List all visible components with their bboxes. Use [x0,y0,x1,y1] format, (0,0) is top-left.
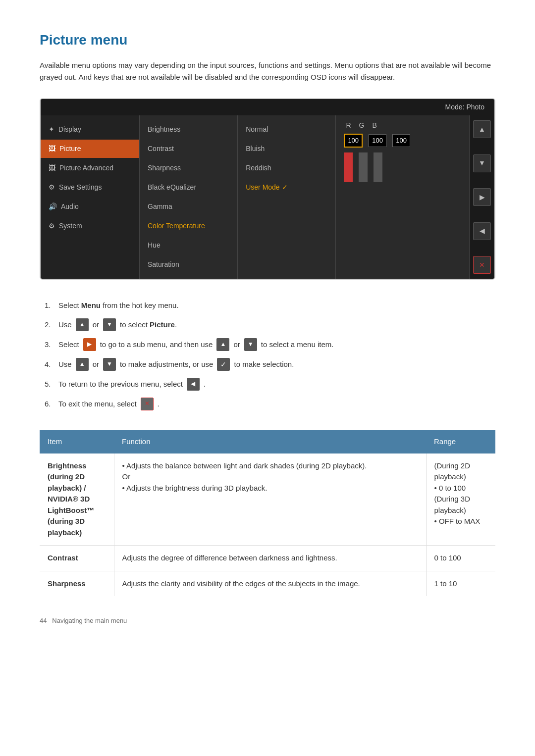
osd-sidebar-picture-advanced: 🖼 Picture Advanced [41,159,139,177]
rgb-values: 100 100 100 [344,134,461,148]
b-label: B [372,120,376,131]
osd-sidebar-picture: 🖼 Picture [41,140,139,158]
table-header-item: Item [40,430,114,454]
contrast-function: Adjusts the degree of difference between… [114,546,426,571]
sharpness-function: Adjusts the clarity and visibility of th… [114,571,426,596]
osd-menu-hue: Hue [140,236,237,254]
right-arrow-icon: ▶ [83,338,96,351]
left-btn[interactable]: ◀ [473,222,491,240]
osd-rgb-col: R G B 100 100 100 [336,115,470,279]
footer: 44 Navigating the main menu [40,616,495,626]
table-row-contrast: Contrast Adjusts the degree of differenc… [40,546,495,571]
osd-sidebar-audio: 🔊 Audio [41,198,139,216]
down-arrow3-icon: ▼ [103,358,116,371]
osd-mode-bar: Mode: Photo [41,99,494,115]
b-value: 100 [392,134,410,147]
osd-option-normal: Normal [238,120,335,139]
down-btn[interactable]: ▼ [473,154,491,172]
r-slider [344,152,353,182]
up-btn[interactable]: ▲ [473,120,491,138]
sharpness-item: Sharpness [40,571,114,596]
osd-option-bluish: Bluish [238,140,335,158]
display-icon: ✦ [49,124,54,135]
info-table: Item Function Range Brightness(during 2D… [40,430,495,596]
exit-icon: ✕ [141,398,154,410]
osd-menu-gamma: Gamma [140,198,237,216]
footer-label: Navigating the main menu [52,617,127,624]
g-slider-fill [359,152,368,182]
instruction-6: To exit the menu, select ✕ . [45,398,495,410]
brightness-function: • Adjusts the balance between light and … [114,454,426,546]
g-value: 100 [369,134,386,147]
osd-controls: ▲ ▼ ▶ ◀ ✕ [470,115,494,279]
osd-menu-contrast: Contrast [140,140,237,158]
instruction-1: Select Menu from the hot key menu. [45,300,495,311]
rgb-sliders [344,152,461,182]
picture-advanced-icon: 🖼 [49,163,55,173]
table-header-range: Range [426,430,495,454]
instruction-3: Select ▶ to go to a sub menu, and then u… [45,338,495,351]
right-btn[interactable]: ▶ [473,188,491,206]
osd-sidebar: ✦ Display 🖼 Picture 🖼 Picture Advanced ⚙… [41,115,140,279]
save-settings-icon: ⚙ [49,182,55,193]
table-row-sharpness: Sharpness Adjusts the clarity and visibi… [40,571,495,596]
instruction-4: Use ▲ or ▼ to make adjustments, or use ✓… [45,358,495,371]
osd-menu-black-eq: Black eQualizer [140,178,237,197]
osd-options-col: Normal Bluish Reddish User Mode ✓ [238,115,336,279]
instruction-5: To return to the previous menu, select ◀… [45,378,495,391]
up-arrow-icon: ▲ [76,318,89,331]
close-btn[interactable]: ✕ [473,256,491,274]
contrast-item: Contrast [40,546,114,571]
osd-menu-col: Brightness Contrast Sharpness Black eQua… [140,115,238,279]
page-title: Picture menu [40,30,495,50]
g-slider [359,152,368,182]
up-arrow2-icon: ▲ [216,338,229,351]
up-arrow3-icon: ▲ [76,358,89,371]
osd-sidebar-system: ⚙ System [41,217,139,235]
g-label: G [359,120,365,131]
table-row-brightness: Brightness(during 2Dplayback) /NVIDIA® 3… [40,454,495,546]
r-slider-fill [344,152,353,182]
contrast-range: 0 to 100 [426,546,495,571]
audio-icon: 🔊 [49,202,57,212]
intro-paragraph: Available menu options may vary dependin… [40,59,495,83]
osd-menu-brightness: Brightness [140,120,237,139]
osd-menu-saturation: Saturation [140,255,237,274]
osd-sidebar-save: ⚙ Save Settings [41,178,139,197]
rgb-labels: R G B [344,120,461,131]
brightness-item: Brightness(during 2Dplayback) /NVIDIA® 3… [40,454,114,546]
osd-body: ✦ Display 🖼 Picture 🖼 Picture Advanced ⚙… [41,115,494,279]
r-label: R [346,120,351,131]
b-slider [374,152,382,182]
page-number: 44 [40,617,47,624]
b-slider-fill [374,152,382,182]
left-arrow-icon: ◀ [187,378,200,391]
osd-option-user-mode: User Mode ✓ [238,178,335,197]
picture-icon: 🖼 [49,144,55,154]
system-icon: ⚙ [49,221,55,231]
table-header-function: Function [114,430,426,454]
r-value: 100 [344,134,363,148]
osd-option-reddish: Reddish [238,159,335,177]
osd-screenshot: Mode: Photo ✦ Display 🖼 Picture 🖼 Pictur… [40,98,495,280]
osd-menu-sharpness: Sharpness [140,159,237,177]
down-arrow2-icon: ▼ [244,338,257,351]
sharpness-range: 1 to 10 [426,571,495,596]
instructions-section: Select Menu from the hot key menu. Use ▲… [40,300,495,410]
osd-menu-color-temp: Color Temperature [140,217,237,235]
down-arrow-icon: ▼ [103,318,116,331]
brightness-range: (During 2Dplayback)• 0 to 100(During 3Dp… [426,454,495,546]
check-icon: ✓ [217,358,230,371]
osd-sidebar-display: ✦ Display [41,120,139,139]
instruction-2: Use ▲ or ▼ to select Picture. [45,318,495,331]
instructions-list: Select Menu from the hot key menu. Use ▲… [45,300,495,410]
